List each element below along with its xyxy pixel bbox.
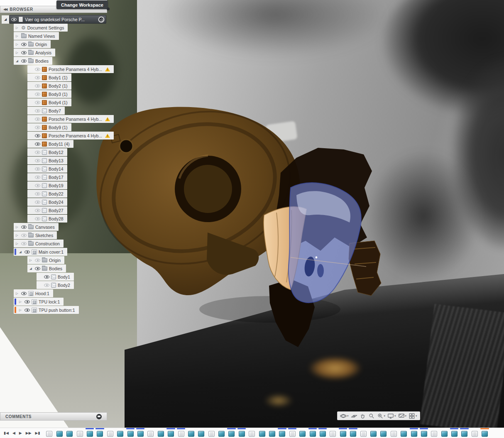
timeline-feature[interactable] [419,428,429,438]
expand-arrow-icon[interactable]: ▷ [15,233,20,237]
timeline-feature[interactable] [277,428,287,438]
tree-item[interactable]: Body19 [27,181,67,189]
timeline-feature[interactable] [369,428,379,438]
timeline-feature[interactable] [429,428,439,438]
timeline-feature[interactable] [267,428,277,438]
visibility-eye-icon[interactable] [11,18,17,21]
timeline-feature[interactable] [389,428,399,438]
visibility-eye-icon[interactable] [35,76,40,79]
tree-item[interactable]: ▷TPU push button:1 [14,306,79,314]
tree-item[interactable]: Body4 (1) [27,98,71,106]
timeline-feature[interactable] [328,428,338,438]
visibility-eye-icon[interactable] [35,93,40,96]
expand-arrow-icon[interactable]: ◢ [15,59,20,63]
expand-arrow-icon[interactable]: ▷ [18,300,23,303]
fit-button[interactable]: ▾ [376,412,387,420]
expand-arrow-icon[interactable]: ▷ [15,225,20,229]
timeline-feature[interactable] [399,428,409,438]
expand-arrow-icon[interactable]: ▷ [15,34,20,38]
step-forward-button[interactable]: ▶▶ [24,431,33,436]
tree-item[interactable]: Body1 (1) [27,73,71,81]
tree-item[interactable]: ▷Origin [14,40,51,48]
zoom-button[interactable] [367,412,376,420]
step-back-button[interactable]: ◀ [11,431,17,436]
timeline-feature[interactable] [186,428,196,438]
visibility-eye-icon[interactable] [35,126,40,129]
timeline-feature[interactable] [176,428,186,438]
viewports-button[interactable]: ▾ [408,412,418,420]
timeline-feature[interactable] [95,428,105,438]
timeline-feature[interactable] [440,428,450,438]
timeline-feature[interactable] [115,428,125,438]
timeline-feature[interactable] [359,428,369,438]
tree-item[interactable]: Body28 [27,215,67,223]
timeline-feature[interactable] [247,428,257,438]
visibility-eye-icon[interactable] [21,242,27,245]
timeline-feature[interactable] [348,428,358,438]
visibility-eye-icon[interactable] [35,68,40,71]
visibility-eye-icon[interactable] [35,217,40,220]
display-settings-button[interactable]: ▾ [387,412,397,420]
visibility-eye-icon[interactable] [35,267,40,270]
timeline-feature[interactable] [308,428,318,438]
tree-item[interactable]: Body9 (1) [27,123,71,131]
tree-item[interactable]: ◢Bodies [27,264,66,272]
visibility-eye-icon[interactable] [35,259,40,262]
look-at-button[interactable] [350,412,358,420]
tree-item[interactable]: ▷TPU lock:1 [14,298,64,306]
timeline-feature[interactable] [126,428,136,438]
tree-item[interactable]: Body3 (1) [27,90,71,98]
timeline-feature[interactable] [409,428,419,438]
visibility-eye-icon[interactable] [35,117,40,121]
tree-item[interactable]: Body7 [27,107,65,115]
visibility-eye-icon[interactable] [44,275,49,279]
tree-item[interactable]: Body13 [27,157,67,164]
timeline-feature[interactable] [44,428,54,438]
timeline-feature[interactable] [480,428,490,438]
expand-arrow-icon[interactable]: ◢ [28,267,33,270]
visibility-eye-icon[interactable] [35,167,40,171]
timeline-feature[interactable] [75,428,85,438]
timeline-feature[interactable] [85,428,95,438]
visibility-eye-icon[interactable] [35,201,40,204]
timeline-feature[interactable] [227,428,237,438]
root-component-row[interactable]: ◢ Vær og snødeksel Porsche P... [0,15,106,24]
timeline-feature[interactable] [450,428,460,438]
tree-item[interactable]: ▷Named Views [14,32,59,40]
visibility-eye-icon[interactable] [35,209,40,212]
tree-item[interactable]: ▷⚙Document Settings [14,24,68,32]
tree-item[interactable]: Body22 [27,190,67,198]
visibility-eye-icon[interactable] [35,176,40,179]
tree-item[interactable]: Body17 [27,173,67,181]
timeline-feature[interactable] [288,428,298,438]
timeline-feature[interactable] [136,428,146,438]
skip-to-start-button[interactable]: ▮◀ [2,431,10,436]
timeline-feature[interactable] [166,428,176,438]
pan-button[interactable] [359,412,367,420]
visibility-eye-icon[interactable] [21,59,27,63]
comments-bar[interactable]: COMMENTS [0,412,107,421]
timeline-feature[interactable] [318,428,328,438]
timeline-feature[interactable] [196,428,206,438]
visibility-eye-icon[interactable] [35,142,40,146]
timeline-feature[interactable] [379,428,389,438]
timeline-feature[interactable] [55,428,65,438]
tree-item[interactable]: ▷Construction [14,240,64,247]
visibility-eye-icon[interactable] [35,134,40,137]
timeline-feature[interactable] [460,428,470,438]
timeline-feature[interactable] [470,428,480,438]
expand-arrow-icon[interactable]: ▷ [15,42,20,46]
tree-item[interactable]: Body27 [27,206,67,214]
timeline-feature[interactable] [65,428,75,438]
tree-item[interactable]: Body1 [37,273,74,281]
play-button[interactable]: ▶ [18,431,23,436]
visibility-eye-icon[interactable] [21,43,27,46]
tree-item[interactable]: ◢Main cover:1 [14,248,67,256]
visibility-eye-icon[interactable] [35,159,40,162]
visibility-eye-icon[interactable] [21,225,27,229]
visibility-eye-icon[interactable] [35,151,40,154]
visual-style-button[interactable]: ▾ [397,412,408,420]
tree-item[interactable]: ◢Bodies [14,57,52,65]
expand-arrow-icon[interactable]: ▷ [15,51,20,54]
visibility-eye-icon[interactable] [24,308,30,312]
